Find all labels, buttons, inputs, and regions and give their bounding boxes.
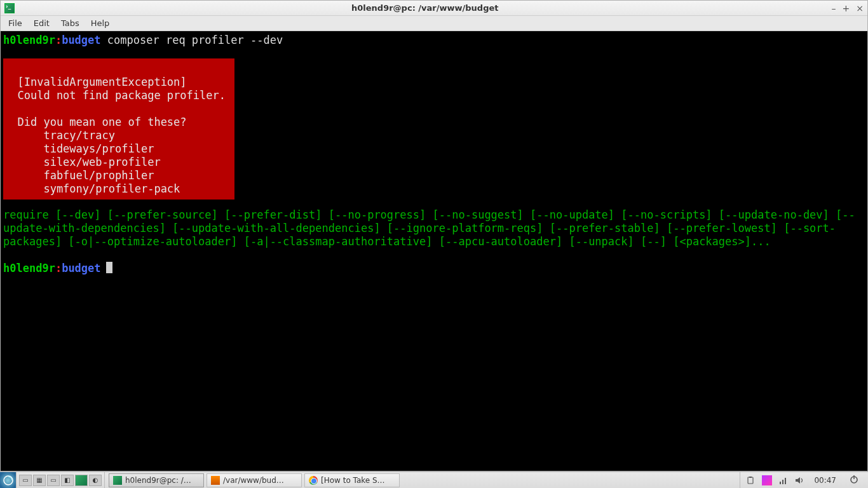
error-suggestion: tideways/profiler <box>4 142 154 155</box>
quick-app[interactable]: ◐ <box>89 475 102 486</box>
prompt-dir: budget <box>62 262 100 274</box>
window-maximize-button[interactable]: + <box>843 3 850 13</box>
quick-filemanager[interactable]: ▭ <box>47 475 60 486</box>
window-minimize-button[interactable]: – <box>832 3 836 13</box>
error-suggestion: fabfuel/prophiler <box>4 169 154 182</box>
terminal-icon <box>113 476 122 485</box>
sublime-icon <box>211 476 220 485</box>
error-suggestion: silex/web-profiler <box>4 156 161 168</box>
window-title: h0lend9r@pc: /var/www/budget <box>18 3 832 13</box>
task-editor[interactable]: /var/www/bud… <box>207 473 302 487</box>
terminal-window: h0lend9r@pc: /var/www/budget – + × File … <box>0 0 868 471</box>
quick-launch: ▭ ▦ ▭ ◧ ◐ <box>17 472 105 488</box>
menu-help[interactable]: Help <box>86 17 115 29</box>
svg-point-0 <box>4 476 13 485</box>
entered-command: composer req profiler --dev <box>107 34 283 46</box>
terminal-appicon <box>4 3 15 13</box>
svg-rect-2 <box>749 477 752 478</box>
error-suggestion: symfony/profiler-pack <box>4 182 180 195</box>
menu-edit[interactable]: Edit <box>29 17 55 29</box>
prompt-user: h0lend9r <box>3 262 55 274</box>
start-icon <box>3 475 13 485</box>
task-terminal[interactable]: h0lend9r@pc: /… <box>109 473 204 487</box>
quick-show-desktop[interactable]: ▭ <box>19 475 32 486</box>
svg-rect-4 <box>782 480 783 484</box>
terminal-cursor <box>106 262 112 273</box>
quick-terminal[interactable] <box>75 475 88 486</box>
app-indicator-icon[interactable] <box>762 475 772 485</box>
clipboard-icon[interactable] <box>745 475 756 485</box>
task-browser[interactable]: [How to Take S… <box>304 473 400 487</box>
menubar: File Edit Tabs Help <box>1 16 867 31</box>
task-list: h0lend9r@pc: /… /var/www/bud… [How to Ta… <box>105 472 740 488</box>
svg-rect-1 <box>748 477 753 484</box>
menu-file[interactable]: File <box>3 17 27 29</box>
task-label: h0lend9r@pc: /… <box>125 476 191 485</box>
volume-icon[interactable] <box>795 475 805 485</box>
task-label: [How to Take S… <box>321 476 385 485</box>
prompt-dir: budget <box>62 34 100 46</box>
svg-rect-3 <box>780 482 781 484</box>
prompt-colon: : <box>55 34 62 46</box>
quick-workspace[interactable]: ▦ <box>33 475 46 486</box>
error-block: [InvalidArgumentException] Could not fin… <box>3 58 234 200</box>
error-exception: [InvalidArgumentException] <box>4 76 187 88</box>
prompt-user: h0lend9r <box>3 34 55 46</box>
window-titlebar: h0lend9r@pc: /var/www/budget – + × <box>1 1 867 16</box>
menu-tabs[interactable]: Tabs <box>56 17 85 29</box>
terminal-viewport[interactable]: h0lend9r:budget composer req profiler --… <box>1 31 867 471</box>
power-button[interactable] <box>845 474 863 487</box>
chrome-icon <box>309 476 318 485</box>
prompt-colon: : <box>55 262 62 274</box>
error-message: Could not find package profiler. <box>4 89 226 102</box>
start-menu-button[interactable] <box>0 472 17 489</box>
composer-usage: require [--dev] [--prefer-source] [--pre… <box>3 208 855 248</box>
taskbar: ▭ ▦ ▭ ◧ ◐ h0lend9r@pc: /… /var/www/bud… … <box>0 471 868 488</box>
system-tray: 00:47 <box>740 472 868 488</box>
window-close-button[interactable]: × <box>856 3 864 13</box>
quick-app[interactable]: ◧ <box>61 475 74 486</box>
svg-marker-6 <box>796 477 800 484</box>
error-suggestion: tracy/tracy <box>4 129 115 142</box>
svg-rect-5 <box>785 478 786 484</box>
network-icon[interactable] <box>778 475 789 485</box>
error-question: Did you mean one of these? <box>4 116 187 128</box>
task-label: /var/www/bud… <box>223 476 284 485</box>
clock[interactable]: 00:47 <box>811 476 839 485</box>
